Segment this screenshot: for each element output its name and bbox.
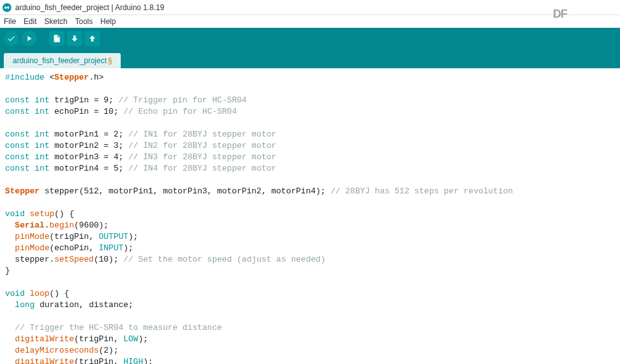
menu-help[interactable]: Help [100,17,116,26]
arduino-logo-icon [3,3,11,12]
tab-bar: arduino_fish_feeder_project § [0,49,620,68]
open-button[interactable] [67,31,82,46]
save-button[interactable] [85,31,100,46]
sketch-tab[interactable]: arduino_fish_feeder_project § [4,53,121,68]
title-bar: arduino_fish_feeder_project | Arduino 1.… [0,0,620,15]
toolbar [0,28,620,49]
menu-edit[interactable]: Edit [23,17,37,26]
menu-sketch[interactable]: Sketch [44,17,68,26]
upload-button[interactable] [21,31,37,46]
menu-tools[interactable]: Tools [75,17,93,26]
menu-bar: File Edit Sketch Tools Help [0,15,620,28]
verify-button[interactable] [4,31,19,46]
menu-file[interactable]: File [4,17,16,26]
tab-modified-indicator: § [108,56,112,65]
window-title: arduino_fish_feeder_project | Arduino 1.… [15,3,164,12]
tab-name: arduino_fish_feeder_project [13,56,107,65]
new-button[interactable] [49,31,64,46]
df-logo: DF [553,8,567,21]
code-editor[interactable]: #include <Stepper.h> const int trigPin =… [0,68,620,364]
